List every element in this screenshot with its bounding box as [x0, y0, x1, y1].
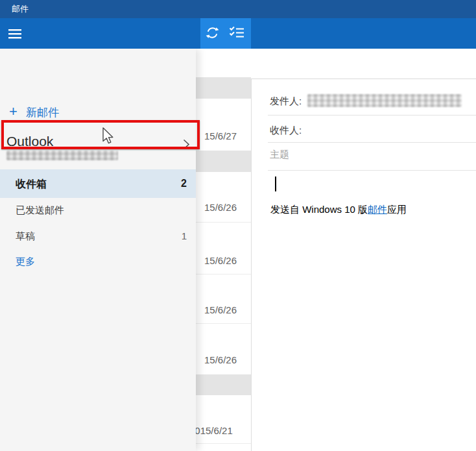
- folder-label: 更多: [16, 256, 35, 268]
- list-item-date[interactable]: 15/6/26: [204, 202, 237, 213]
- sidebar-item-more[interactable]: 更多: [0, 256, 196, 269]
- sync-icon[interactable]: [204, 24, 220, 41]
- signature-line: 发送自 Windows 10 版邮件应用: [270, 204, 407, 216]
- ribbon-tab-bar: [251, 18, 476, 49]
- pane-divider: [251, 49, 252, 451]
- folder-label: 已发送邮件: [16, 204, 64, 217]
- sidebar-item-drafts[interactable]: 草稿 1: [0, 230, 196, 243]
- field-divider: [268, 170, 476, 171]
- field-divider: [268, 115, 476, 116]
- format-toolbar: [251, 49, 476, 79]
- list-item-strip[interactable]: [196, 374, 251, 395]
- list-separator: [196, 274, 251, 274]
- list-item-strip[interactable]: [196, 151, 251, 172]
- list-item-date[interactable]: 15/6/27: [204, 130, 237, 141]
- account-email-redacted: [6, 151, 118, 160]
- signature-mail-link[interactable]: 邮件: [368, 204, 387, 215]
- plus-icon: +: [9, 103, 18, 120]
- mouse-cursor: [102, 127, 118, 149]
- folder-sidebar: + 新邮件 Outlook 收件箱 2 已发送邮件 草稿 1 更多: [0, 49, 196, 451]
- folder-label: 收件箱: [16, 178, 47, 191]
- list-item-date[interactable]: 15/6/26: [204, 304, 237, 315]
- list-item-date[interactable]: 15/6/26: [204, 255, 237, 266]
- text-caret: [275, 177, 276, 191]
- list-item-date[interactable]: 2015/6/21: [189, 425, 233, 436]
- sidebar-item-sent[interactable]: 已发送邮件: [0, 204, 196, 217]
- list-item-strip[interactable]: [196, 77, 251, 99]
- hamburger-menu-button[interactable]: [6, 26, 23, 42]
- command-bar: [0, 18, 200, 49]
- from-address-redacted: [307, 94, 462, 107]
- folder-label: 草稿: [16, 230, 35, 243]
- signature-suffix: 应用: [387, 204, 407, 215]
- from-field-label[interactable]: 发件人:: [270, 95, 302, 108]
- list-separator: [196, 443, 251, 444]
- list-item-date[interactable]: 15/6/26: [204, 354, 237, 365]
- subject-input[interactable]: [268, 148, 466, 160]
- new-mail-button[interactable]: + 新邮件: [0, 103, 196, 121]
- list-separator: [196, 323, 251, 324]
- list-separator: [196, 222, 251, 223]
- field-divider: [268, 142, 476, 143]
- annotation-red-box: [1, 120, 200, 149]
- draft-count-badge: 1: [182, 230, 187, 241]
- signature-prefix: 发送自 Windows 10 版: [270, 204, 368, 215]
- new-mail-label: 新邮件: [26, 105, 59, 120]
- select-mode-icon[interactable]: [228, 25, 246, 40]
- app-title: 邮件: [12, 0, 29, 18]
- list-command-bar: [200, 18, 251, 49]
- to-field-label[interactable]: 收件人:: [270, 125, 302, 137]
- unread-count-badge: 2: [181, 178, 187, 189]
- mail-app-window: 15/6/27 15/6/26 15/6/26 15/6/26 15/6/26 …: [0, 0, 476, 451]
- title-bar: 邮件: [0, 0, 476, 18]
- sidebar-item-inbox[interactable]: 收件箱 2: [0, 169, 196, 198]
